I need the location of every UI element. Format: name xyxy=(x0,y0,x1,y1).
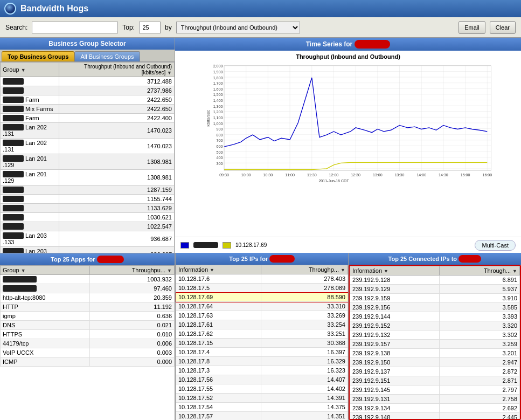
bg-table-row[interactable]: 3712.488 xyxy=(1,77,175,86)
connected-table-row[interactable]: 239.192.9.1452.797 xyxy=(350,385,520,395)
svg-text:09:30: 09:30 xyxy=(219,173,229,177)
app-value-cell: 1003.932 xyxy=(90,275,175,284)
ips-table-row[interactable]: 10.128.17.5414.375 xyxy=(176,403,348,412)
svg-text:kbits/sec: kbits/sec xyxy=(206,110,211,127)
ip-value-cell: 33.269 xyxy=(261,311,348,320)
ips-col-info[interactable]: Information ▼ xyxy=(176,265,261,274)
apps-table-row[interactable]: ICMP0.000 xyxy=(1,357,175,367)
chart-title: Throughput (Inbound and Outbound) xyxy=(178,53,518,60)
apps-redacted xyxy=(97,256,124,263)
apps-col-group[interactable]: Group ▼ xyxy=(1,266,90,275)
connected-table-row[interactable]: 239.192.9.1523.320 xyxy=(350,321,520,331)
connected-ip-cell: 239.192.9.156 xyxy=(350,303,440,312)
connected-value-cell: 5.937 xyxy=(440,285,520,294)
bg-table-row[interactable]: 1022.547 xyxy=(1,222,175,231)
bg-table-row[interactable]: Lan 203 .133936.687 xyxy=(1,247,175,253)
ips-table-row[interactable]: 10.128.17.5714.351 xyxy=(176,412,348,421)
ip-value-cell: 30.368 xyxy=(261,339,348,348)
ips-table-row[interactable]: 10.128.17.6333.269 xyxy=(176,311,348,320)
app-title: Bandwidth Hogs xyxy=(20,4,88,13)
connected-table-row[interactable]: 239.192.9.1342.692 xyxy=(350,404,520,413)
connected-table-row[interactable]: 239.192.9.1312.758 xyxy=(350,395,520,404)
by-select[interactable]: Throughput (Inbound and Outbound) Throug… xyxy=(176,22,300,33)
ips-table-row[interactable]: 10.128.17.5278.089 xyxy=(176,284,348,293)
connected-col-info[interactable]: Information ▼ xyxy=(350,266,440,276)
bg-table-row[interactable]: Farm2422.650 xyxy=(1,95,175,105)
bg-group-cell: Lan 201 .129 xyxy=(1,170,59,185)
ips-col-throughput[interactable]: Throughp... ▼ xyxy=(261,265,348,274)
ips-table-row[interactable]: 10.128.17.6233.251 xyxy=(176,329,348,339)
apps-table-row[interactable]: HTTPS0.010 xyxy=(1,330,175,339)
connected-table-row[interactable]: 239.192.9.1383.201 xyxy=(350,349,520,358)
connected-table-row[interactable]: 239.192.9.1593.910 xyxy=(350,294,520,303)
connected-table-row[interactable]: 239.192.9.1563.585 xyxy=(350,303,520,312)
ip-cell: 10.128.17.6 xyxy=(176,274,261,284)
ips-table-row[interactable]: 10.128.17.816.329 xyxy=(176,357,348,366)
bg-table-row[interactable]: Farm2422.400 xyxy=(1,114,175,123)
apps-table-row[interactable]: 97.460 xyxy=(1,284,175,293)
ips-table-row[interactable]: 10.128.17.6133.254 xyxy=(176,320,348,329)
app-cell: VoIP UCCX xyxy=(1,348,90,357)
connected-table-row[interactable]: 239.192.9.1443.393 xyxy=(350,312,520,321)
bg-table-row[interactable]: Lan 203 .133936.687 xyxy=(1,231,175,247)
bg-group-cell: Mix Farms xyxy=(1,105,59,114)
apps-col-throughput[interactable]: Throughpu... ▼ xyxy=(90,266,175,275)
svg-text:1,300: 1,300 xyxy=(213,105,223,108)
ips-table: Information ▼ Throughp... ▼ 10.128.17.62… xyxy=(176,265,348,420)
bg-table-row[interactable]: 1133.629 xyxy=(1,204,175,213)
connected-col-throughput[interactable]: Through... ▼ xyxy=(440,266,520,276)
tab-top-business-groups[interactable]: Top Business Groups xyxy=(2,51,74,61)
ips-table-row[interactable]: 10.128.17.5514.402 xyxy=(176,384,348,394)
connected-table-row[interactable]: 239.192.9.1512.871 xyxy=(350,376,520,385)
business-groups-table: Group ▼ Throughput (Inbound and Outbound… xyxy=(0,62,175,253)
bg-table-row[interactable]: 1155.744 xyxy=(1,195,175,204)
apps-table-row[interactable]: HTTP11.192 xyxy=(1,302,175,312)
ips-table-row[interactable]: 10.128.17.5614.407 xyxy=(176,375,348,384)
bg-table-row[interactable]: Lan 201 .1291308.981 xyxy=(1,170,175,185)
bg-table-row[interactable]: Lan 201 .1291308.981 xyxy=(1,154,175,170)
ips-table-row[interactable]: 10.128.17.6433.310 xyxy=(176,302,348,311)
connected-table-row[interactable]: 239.192.9.1323.302 xyxy=(350,331,520,340)
apps-panel: Top 25 Apps for Group ▼ Throughpu... ▼ 1… xyxy=(0,253,175,420)
app-value-cell: 0.636 xyxy=(90,312,175,321)
ips-table-row[interactable]: 10.128.17.5214.391 xyxy=(176,394,348,403)
bg-table-row[interactable]: Lan 202 .1311470.023 xyxy=(1,139,175,154)
apps-table-row[interactable]: igmp0.636 xyxy=(1,312,175,321)
connected-table-row[interactable]: 239.192.9.1295.937 xyxy=(350,285,520,294)
ips-table-row[interactable]: 10.128.17.316.323 xyxy=(176,366,348,375)
top-input[interactable] xyxy=(139,22,161,33)
bg-table-row[interactable]: 1030.621 xyxy=(1,213,175,222)
app-cell: 44179/tcp xyxy=(1,339,90,348)
apps-table-row[interactable]: VoIP UCCX0.003 xyxy=(1,348,175,357)
bg-table-row[interactable]: Mix Farms2422.650 xyxy=(1,105,175,114)
connected-ip-cell: 239.192.9.152 xyxy=(350,321,440,331)
connected-table-row[interactable]: 239.192.9.1372.872 xyxy=(350,367,520,376)
apps-table-row[interactable]: DNS0.021 xyxy=(1,321,175,330)
email-button[interactable]: Email xyxy=(459,21,485,34)
ips-table-row[interactable]: 10.128.17.1530.368 xyxy=(176,339,348,348)
search-input[interactable] xyxy=(32,22,118,33)
bg-table-row[interactable]: Lan 202 .1311470.023 xyxy=(1,123,175,139)
bg-table-row[interactable]: 1287.159 xyxy=(1,185,175,195)
apps-table-row[interactable]: http-alt-tcp:808020.359 xyxy=(1,293,175,302)
bg-col-group[interactable]: Group ▼ xyxy=(1,63,59,77)
ips-table-row[interactable]: 10.128.17.6988.590 xyxy=(176,293,348,302)
connected-value-cell: 2.947 xyxy=(440,358,520,367)
connected-table-row[interactable]: 239.192.9.1286.891 xyxy=(350,276,520,285)
apps-table-row[interactable]: 1003.932 xyxy=(1,275,175,284)
clear-button[interactable]: Clear xyxy=(490,21,516,34)
svg-text:16:00: 16:00 xyxy=(482,173,492,177)
connected-value-cell: 3.393 xyxy=(440,312,520,321)
app-value-cell: 0.003 xyxy=(90,348,175,357)
apps-table-row[interactable]: 44179/tcp0.006 xyxy=(1,339,175,348)
bg-table-row[interactable]: 2737.986 xyxy=(1,86,175,95)
ips-table-row[interactable]: 10.128.17.6278.403 xyxy=(176,274,348,284)
ip-cell: 10.128.17.52 xyxy=(176,394,261,403)
connected-table-row[interactable]: 239.192.9.1502.947 xyxy=(350,358,520,367)
connected-table-container: Information ▼ Through... ▼ 239.192.9.128… xyxy=(349,265,521,420)
ips-table-row[interactable]: 10.128.17.416.397 xyxy=(176,348,348,357)
connected-table-row[interactable]: 239.192.9.1573.259 xyxy=(350,340,520,349)
connected-table-row[interactable]: 239.192.9.1482.445 xyxy=(350,413,520,421)
tab-all-business-groups[interactable]: All Business Groups xyxy=(74,51,140,61)
bg-col-throughput[interactable]: Throughput (Inbound and Outbound) [kbits… xyxy=(59,63,174,77)
